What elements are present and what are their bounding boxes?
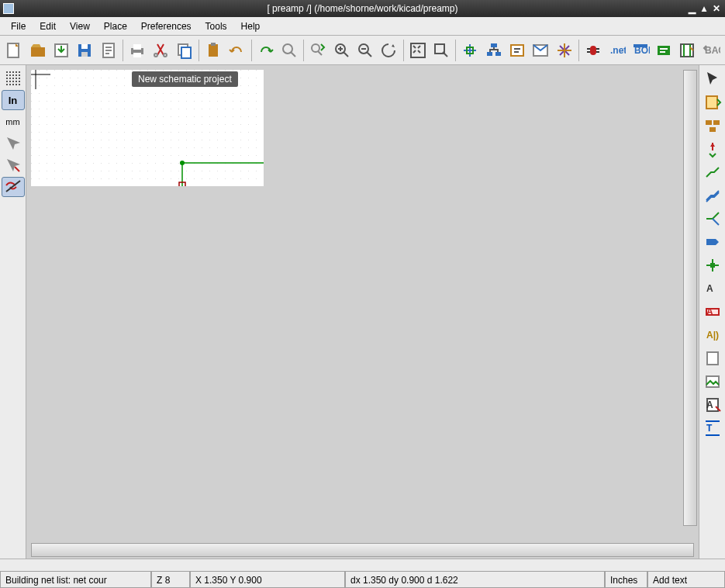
maximize-button[interactable]: ▴ xyxy=(702,3,706,14)
menu-tools[interactable]: Tools xyxy=(199,19,233,33)
svg-text:BOM: BOM xyxy=(634,45,650,56)
menu-place[interactable]: Place xyxy=(98,19,133,33)
svg-rect-52 xyxy=(19,84,20,85)
svg-rect-19 xyxy=(495,52,501,56)
redo[interactable] xyxy=(254,38,276,63)
delete-icon[interactable]: A xyxy=(701,394,724,416)
image-icon[interactable] xyxy=(701,371,724,393)
canvas-area[interactable]: MIC_IN J1 3 2 1 xyxy=(26,65,699,543)
app-icon xyxy=(3,3,14,14)
svg-rect-29 xyxy=(6,74,8,76)
svg-rect-20 xyxy=(511,45,523,56)
svg-rect-31 xyxy=(6,81,8,82)
svg-rect-11 xyxy=(181,47,191,58)
svg-rect-36 xyxy=(9,81,11,82)
menu-preferences[interactable]: Preferences xyxy=(135,19,198,33)
net-alias[interactable]: A xyxy=(701,301,724,323)
cut[interactable] xyxy=(150,38,171,63)
svg-rect-33 xyxy=(9,71,11,73)
svg-text:BACK: BACK xyxy=(705,45,720,56)
close-button[interactable]: ✕ xyxy=(713,3,720,14)
menu-file[interactable]: File xyxy=(5,19,32,33)
svg-rect-8 xyxy=(133,44,141,50)
svg-rect-174 xyxy=(709,127,716,132)
svg-rect-17 xyxy=(491,43,497,47)
top-toolbar: .netBOMBACK xyxy=(0,36,725,65)
import[interactable] xyxy=(50,38,72,63)
save[interactable] xyxy=(74,38,95,63)
v-scrollbar[interactable] xyxy=(683,70,697,526)
titlebar: [ preamp /] (/home/shorne/work/kicad/pre… xyxy=(0,0,725,17)
status-zoom: Z 8 xyxy=(151,571,190,588)
page-settings[interactable] xyxy=(98,38,119,63)
visibility-icon[interactable] xyxy=(2,177,25,197)
component[interactable] xyxy=(554,38,575,63)
text-annotation[interactable]: A|) xyxy=(701,324,724,346)
wire-bus-entry[interactable] xyxy=(701,208,724,230)
navigate[interactable] xyxy=(459,38,481,63)
svg-rect-26 xyxy=(681,44,693,57)
run-cvpcb[interactable] xyxy=(653,38,675,63)
h-scrollbar[interactable] xyxy=(31,543,694,557)
grid-icon[interactable] xyxy=(2,68,25,88)
svg-rect-39 xyxy=(12,74,14,76)
svg-rect-49 xyxy=(19,74,20,76)
zoom-out[interactable] xyxy=(354,38,376,63)
svg-rect-38 xyxy=(12,71,14,73)
canvas-wrap: MIC_IN J1 3 2 1 xyxy=(26,65,699,559)
net-label[interactable] xyxy=(701,231,724,253)
copy[interactable] xyxy=(174,38,195,63)
back[interactable]: BACK xyxy=(700,38,722,63)
open[interactable] xyxy=(26,38,48,63)
svg-rect-43 xyxy=(16,71,17,73)
hierarchy[interactable] xyxy=(482,38,504,63)
svg-text:A: A xyxy=(706,306,713,317)
find[interactable] xyxy=(278,38,300,63)
find-replace[interactable] xyxy=(307,38,329,63)
svg-rect-25 xyxy=(658,46,670,55)
zoom-region[interactable] xyxy=(430,38,452,63)
cursor-icon[interactable] xyxy=(701,68,724,90)
units-mm[interactable]: mm xyxy=(2,112,25,132)
zoom-refresh[interactable] xyxy=(378,38,399,63)
lib-browser[interactable] xyxy=(530,38,551,63)
zoom-in[interactable] xyxy=(330,38,352,63)
netlist[interactable]: .net xyxy=(606,38,627,63)
svg-rect-45 xyxy=(16,78,17,79)
minimize-button[interactable]: ▁ xyxy=(689,3,696,14)
tooltip: New schematic project xyxy=(132,71,238,87)
bus-icon[interactable] xyxy=(701,185,724,206)
run-pcbnew[interactable] xyxy=(676,38,698,63)
menu-view[interactable]: View xyxy=(64,19,96,33)
svg-rect-40 xyxy=(12,78,14,79)
cursor-drag[interactable] xyxy=(2,155,25,175)
svg-text:.net: .net xyxy=(610,45,626,56)
power-port[interactable] xyxy=(701,138,724,160)
units-in[interactable]: In xyxy=(2,90,25,110)
svg-rect-30 xyxy=(6,78,8,79)
hierarchy-sheet[interactable] xyxy=(701,92,724,113)
hierarchy-place[interactable] xyxy=(701,115,724,137)
print[interactable] xyxy=(126,38,148,63)
svg-rect-50 xyxy=(19,78,20,79)
bug[interactable] xyxy=(582,38,604,63)
text-label[interactable]: A xyxy=(701,278,724,299)
menu-help[interactable]: Help xyxy=(235,19,267,33)
lib-editor[interactable] xyxy=(506,38,528,63)
schematic-canvas[interactable]: MIC_IN J1 3 2 1 xyxy=(31,70,264,186)
svg-rect-32 xyxy=(6,84,8,85)
menu-edit[interactable]: Edit xyxy=(33,19,62,33)
svg-rect-51 xyxy=(19,81,20,82)
zoom-fit[interactable] xyxy=(406,38,428,63)
sheet-icon[interactable] xyxy=(701,348,724,369)
new-schematic[interactable] xyxy=(3,38,25,63)
svg-text:A|): A|) xyxy=(706,330,719,341)
undo[interactable] xyxy=(226,38,247,63)
wire-icon[interactable] xyxy=(701,161,724,183)
paste[interactable] xyxy=(202,38,224,63)
text-tool[interactable]: T xyxy=(701,417,724,439)
bom[interactable]: BOM xyxy=(630,38,651,63)
cursor-units[interactable] xyxy=(2,133,25,154)
svg-rect-175 xyxy=(710,263,715,268)
junction-icon[interactable] xyxy=(701,254,724,276)
